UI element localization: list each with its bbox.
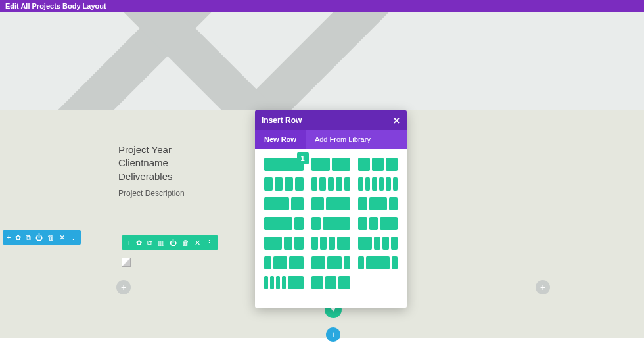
layout-option[interactable]	[264, 177, 304, 191]
layout-option[interactable]	[311, 158, 351, 171]
panel-header: Insert Row ✕	[255, 110, 407, 130]
row-toolbar: + ✿ ⧉ ▥ ⏻ 🗑 ✕ ⋮	[122, 235, 218, 250]
row-close-icon[interactable]: ✕	[195, 239, 200, 246]
layout-option[interactable]	[311, 217, 351, 230]
row-columns-icon[interactable]: ▥	[158, 239, 164, 246]
layout-option[interactable]	[264, 256, 304, 269]
layout-option[interactable]: 1	[264, 158, 304, 171]
layout-option[interactable]	[311, 197, 351, 210]
row-add-icon[interactable]: +	[127, 239, 131, 246]
layout-option[interactable]	[264, 217, 304, 230]
layout-option[interactable]	[311, 237, 351, 250]
broken-image-icon	[122, 258, 131, 267]
row-more-icon[interactable]: ⋮	[206, 239, 213, 246]
row-power-icon[interactable]: ⏻	[170, 239, 177, 246]
section-more-icon[interactable]: ⋮	[70, 234, 77, 241]
layout-option[interactable]	[358, 177, 398, 191]
section-power-icon[interactable]: ⏻	[35, 234, 43, 241]
layout-badge: 1	[297, 152, 309, 164]
add-module-right-button[interactable]: +	[536, 280, 550, 294]
panel-title: Insert Row	[262, 116, 302, 125]
row-settings-icon[interactable]: ✿	[136, 239, 142, 246]
footer-strip	[0, 338, 644, 351]
layout-option[interactable]	[358, 217, 398, 230]
panel-close-icon[interactable]: ✕	[393, 116, 400, 126]
layout-option[interactable]	[311, 276, 351, 289]
row-trash-icon[interactable]: 🗑	[182, 239, 189, 246]
layout-option[interactable]	[264, 197, 304, 210]
layout-option[interactable]	[311, 256, 351, 269]
row-duplicate-icon[interactable]: ⧉	[147, 239, 152, 246]
add-module-left-button[interactable]: +	[116, 280, 131, 294]
insert-row-panel: Insert Row ✕ New Row Add From Library 1	[255, 110, 407, 308]
deliverables: Deliverables	[118, 170, 185, 183]
tab-new-row[interactable]: New Row	[255, 130, 306, 149]
panel-body: 1	[255, 149, 407, 308]
client-name: Clientname	[118, 156, 185, 170]
layout-option[interactable]	[311, 177, 351, 191]
project-meta-text: Project Year Clientname Deliverables Pro…	[118, 143, 185, 198]
layout-option[interactable]	[358, 256, 398, 269]
layout-option[interactable]	[358, 197, 398, 210]
tab-add-from-library[interactable]: Add From Library	[306, 130, 380, 149]
project-description: Project Description	[118, 189, 185, 198]
layout-option[interactable]	[358, 237, 398, 250]
panel-tabs: New Row Add From Library	[255, 130, 407, 149]
section-toolbar: + ✿ ⧉ ⏻ 🗑 ✕ ⋮	[3, 230, 81, 245]
project-year: Project Year	[118, 143, 185, 156]
top-bar: Edit All Projects Body Layout	[0, 0, 644, 12]
section-settings-icon[interactable]: ✿	[15, 234, 21, 241]
hero-background	[0, 12, 644, 110]
layout-option[interactable]	[358, 158, 398, 171]
layout-option[interactable]	[264, 237, 304, 250]
section-close-icon[interactable]: ✕	[59, 234, 65, 241]
layout-grid: 1	[264, 158, 398, 289]
top-bar-title: Edit All Projects Body Layout	[5, 2, 106, 10]
section-duplicate-icon[interactable]: ⧉	[26, 234, 31, 241]
section-add-icon[interactable]: +	[7, 234, 11, 241]
add-section-button[interactable]: +	[326, 327, 340, 342]
layout-option[interactable]	[264, 276, 304, 289]
section-trash-icon[interactable]: 🗑	[47, 234, 55, 241]
